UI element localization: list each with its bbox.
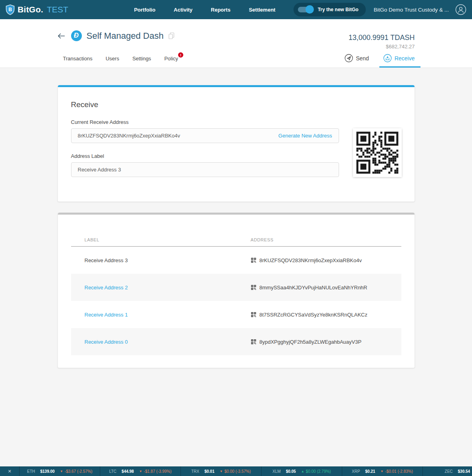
table-row: Receive Address 0 8ypdXPgghyjQF2h5a8yZLW… [71,328,401,355]
qr-icon[interactable] [251,285,256,290]
nav-link-activity[interactable]: Activity [174,7,192,13]
toggle-switch-icon[interactable] [298,7,313,12]
ticker-symbol: TRX [191,469,199,474]
ticker-price: $0.05 [286,469,296,474]
ticker-item-ltc: LTC $44.98 ▼-$1.87 (-3.99%) [100,466,181,476]
nav-link-reports[interactable]: Reports [211,7,230,13]
current-address-value: 8rKUZFSQDV283NKrmj6oZxepXxiaRBKo4v [78,133,180,139]
ticker-change: ▼$0.00 (-3.57%) [220,469,251,474]
tab-policy[interactable]: Policy ! [164,56,178,68]
ticker-symbol: ZEC [445,469,453,474]
address-row-label: Receive Address 3 [85,257,128,263]
send-plane-icon [345,54,353,62]
wallet-tabs: Transactions Users Settings Policy ! [58,56,178,68]
table-row: Receive Address 1 8t7SSRZcRGCYSaVdSyzYe8… [71,301,401,328]
brand-name: BitGo. [18,5,43,14]
column-header-address: ADDRESS [251,237,401,242]
account-name[interactable]: BitGo Demo Trust Custody & ... [374,7,449,13]
qr-icon[interactable] [251,312,256,317]
ticker-price: $139.00 [40,469,55,474]
nav-link-portfolio[interactable]: Portfolio [134,7,155,13]
address-row-value: 8t7SSRZcRGCYSaVdSyzYe8knKSRnQLAKCz [260,312,367,318]
tab-send[interactable]: Send [345,54,369,68]
wallet-actions: Send Receive [345,54,414,68]
direction-arrow-icon: ▼ [60,470,63,473]
ticker-symbol: LTC [109,469,116,474]
ticker-change: ▼-$0.01 (-2.83%) [381,469,413,474]
direction-arrow-icon: ▼ [139,470,142,473]
address-row-value: 8mmySSaa4hKJDYvPujHaNULovEaNhYRnhR [260,285,367,291]
table-row: Receive Address 2 8mmySSaa4hKJDYvPujHaNU… [71,274,401,301]
ticker-symbol: XRP [352,469,360,474]
receive-inbox-icon [383,54,392,62]
qr-icon[interactable] [251,339,256,345]
brand-env-label: TEST [47,5,68,14]
copy-icon[interactable] [169,32,175,39]
ticker-change: ▲$0.00 (2.79%) [301,469,331,474]
ticker-price: $30.54 [458,469,470,474]
ticker-symbol: ETH [27,469,35,474]
ticker-item-eth: ETH $139.00 ▼-$3.67 (-2.57%) [20,466,100,476]
direction-arrow-icon: ▼ [381,470,384,473]
tab-transactions[interactable]: Transactions [63,56,93,68]
ticker-change: ▼-$3.67 (-2.57%) [60,469,92,474]
wallet-title: Self Managed Dash [87,31,164,41]
table-row: Receive Address 3 8rKUZFSQDV283NKrmj6oZx… [71,247,401,274]
address-row-label[interactable]: Receive Address 0 [85,339,128,345]
tab-receive[interactable]: Receive [383,54,415,68]
ticker-item-trx: TRX $0.01 ▼$0.00 (-3.57%) [181,466,262,476]
tab-settings[interactable]: Settings [132,56,151,68]
price-ticker: ✕ ETH $139.00 ▼-$3.67 (-2.57%) LTC $44.9… [0,466,472,476]
ticker-price: $0.21 [365,469,375,474]
ticker-price: $0.01 [204,469,214,474]
address-label-label: Address Label [71,153,401,159]
user-avatar-icon[interactable] [455,4,466,15]
qr-icon[interactable] [251,257,256,263]
ticker-symbol: XLM [272,469,281,474]
ticker-item-xlm: XLM $0.05 ▲$0.00 (2.79%) [262,466,342,476]
direction-arrow-icon: ▲ [301,470,304,473]
receive-label: Receive [395,55,415,62]
ticker-price: $44.98 [122,469,134,474]
nav-link-settlement[interactable]: Settlement [249,7,275,13]
tab-policy-label: Policy [164,56,178,62]
column-header-label: LABEL [71,237,251,242]
nav-links: Portfolio Activity Reports Settlement [134,7,276,13]
policy-alert-badge: ! [178,52,183,58]
dash-coin-icon: Ð [71,30,82,41]
back-arrow-icon[interactable] [58,33,65,39]
toggle-label: Try the new BitGo [318,7,359,12]
address-row-value: 8rKUZFSQDV283NKrmj6oZxepXxiaRBKo4v [260,257,362,263]
svg-text:B: B [8,7,12,12]
direction-arrow-icon: ▼ [220,470,223,473]
top-navbar: B BitGo. TEST Portfolio Activity Reports… [0,0,472,19]
address-row-value: 8ypdXPgghyjQF2h5a8yZLWEgahbAuayV3P [260,339,362,345]
table-header: LABEL ADDRESS [71,237,401,247]
balance-amount: 13,000.9991 TDASH [349,34,415,42]
address-row-label[interactable]: Receive Address 2 [85,285,128,291]
send-label: Send [356,55,369,62]
ticker-close-icon[interactable]: ✕ [0,466,20,476]
current-address-label: Current Receive Address [71,119,401,125]
try-new-bitgo-toggle[interactable]: Try the new BitGo [294,3,366,16]
current-address-field[interactable]: 8rKUZFSQDV283NKrmj6oZxepXxiaRBKo4v Gener… [71,128,339,143]
main-content: Receive Current Receive Address 8rKUZFSQ… [0,68,472,466]
receive-card: Receive Current Receive Address 8rKUZFSQ… [58,85,415,202]
ticker-item-xrp: XRP $0.21 ▼-$0.01 (-2.83%) [342,466,423,476]
address-row-label[interactable]: Receive Address 1 [85,312,128,318]
tab-users[interactable]: Users [105,56,119,68]
ticker-item-zec: ZEC $30.54 ▼- [423,466,472,476]
qr-code [353,128,402,177]
wallet-balance: 13,000.9991 TDASH $682,742.27 [349,34,415,50]
address-list-card: LABEL ADDRESS Receive Address 3 8rKUZFSQ… [58,213,415,368]
shield-icon: B [6,4,15,15]
balance-usd: $682,742.27 [349,44,415,50]
generate-new-address-link[interactable]: Generate New Address [278,133,332,139]
ticker-change: ▼-$1.87 (-3.99%) [139,469,171,474]
wallet-header: Ð Self Managed Dash 13,000.9991 TDASH $6… [0,19,472,68]
receive-card-title: Receive [71,87,401,109]
bitgo-logo[interactable]: B BitGo. TEST [6,4,68,15]
address-label-input[interactable] [71,162,339,177]
